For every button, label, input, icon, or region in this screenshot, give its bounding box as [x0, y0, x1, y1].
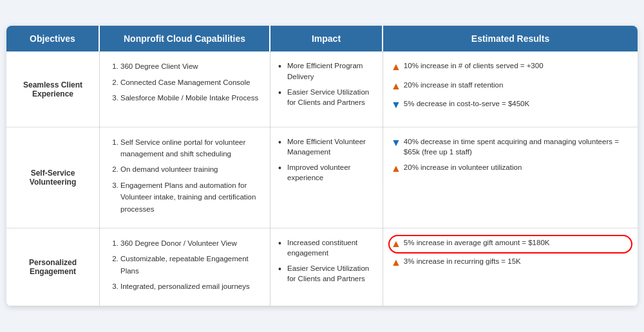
objective-cell: Personalized Engagement — [6, 228, 100, 306]
result-text: 3% increase in recurring gifts = 15K — [404, 256, 521, 266]
results-cell: ▼40% decrease in time spent acquiring an… — [383, 127, 638, 228]
arrow-down-icon: ▼ — [391, 98, 401, 112]
result-item: ▲20% increase in volunteer utilization — [391, 162, 630, 176]
result-item: ▲10% increase in # of clients served = +… — [391, 60, 630, 74]
result-text: 5% increase in average gift amount = $18… — [404, 237, 550, 248]
impact-item: Improved volunteer experience — [278, 162, 375, 183]
header-objectives: Objectives — [6, 26, 100, 51]
arrow-down-icon: ▼ — [391, 136, 401, 150]
impact-item: Increased constituent engagement — [278, 237, 375, 258]
capability-item: Salesforce Mobile / Mobile Intake Proces… — [120, 92, 261, 104]
capabilities-cell: 360 Degree Client ViewConnected Case Man… — [100, 51, 270, 127]
capability-item: On demand volunteer training — [120, 163, 261, 175]
impact-item: Easier Service Utilization for Clients a… — [278, 87, 375, 107]
capability-item: 360 Degree Donor / Volunteer View — [120, 237, 261, 249]
header-impact: Impact — [270, 26, 383, 51]
capability-item: Connected Case Management Console — [120, 77, 261, 88]
impact-cell: More Efficient Volunteer ManagementImpro… — [270, 127, 383, 228]
capability-item: Self Service online portal for volunteer… — [120, 136, 261, 160]
objective-cell: Self-Service Volunteering — [6, 127, 100, 228]
arrow-up-icon: ▲ — [391, 237, 401, 251]
arrow-up-icon: ▲ — [391, 60, 401, 74]
capabilities-cell: 360 Degree Donor / Volunteer ViewCustomi… — [100, 228, 270, 306]
header-results: Estimated Results — [383, 26, 638, 51]
result-text: 40% decrease in time spent acquiring and… — [404, 136, 630, 157]
impact-cell: Increased constituent engagementEasier S… — [270, 228, 383, 306]
result-item: ▼40% decrease in time spent acquiring an… — [391, 136, 630, 157]
objective-cell: Seamless Client Experience — [6, 51, 100, 127]
result-item: ▲5% increase in average gift amount = $1… — [391, 237, 630, 251]
arrow-up-icon: ▲ — [391, 161, 401, 176]
capability-item: Engagement Plans and automation for Volu… — [120, 180, 261, 215]
capabilities-cell: Self Service online portal for volunteer… — [100, 127, 270, 228]
result-text: 10% increase in # of clients served = +3… — [404, 60, 544, 71]
capability-item: 360 Degree Client View — [120, 60, 261, 72]
result-item: ▲20% increase in staff retention — [391, 80, 630, 93]
result-item: ▼5% decrease in cost-to-serve = $450K — [391, 98, 630, 112]
impact-item: Easier Service Utilization for Clients a… — [278, 263, 375, 284]
impact-cell: More Efficient Program DeliveryEasier Se… — [270, 51, 383, 127]
results-cell: ▲10% increase in # of clients served = +… — [383, 51, 638, 127]
results-cell: ▲5% increase in average gift amount = $1… — [383, 228, 638, 306]
header-capabilities: Nonprofit Cloud Capabilities — [100, 26, 270, 51]
result-item: ▲3% increase in recurring gifts = 15K — [391, 256, 630, 270]
result-text: 5% decrease in cost-to-serve = $450K — [404, 98, 529, 109]
arrow-up-icon: ▲ — [391, 79, 401, 93]
capability-item: Integrated, personalized email journeys — [120, 281, 261, 292]
arrow-up-icon: ▲ — [391, 255, 401, 270]
result-text: 20% increase in staff retention — [404, 80, 504, 90]
capability-item: Customizable, repeatable Engagement Plan… — [120, 253, 261, 277]
result-text: 20% increase in volunteer utilization — [404, 162, 522, 172]
impact-item: More Efficient Volunteer Management — [278, 136, 375, 157]
impact-item: More Efficient Program Delivery — [278, 60, 375, 81]
